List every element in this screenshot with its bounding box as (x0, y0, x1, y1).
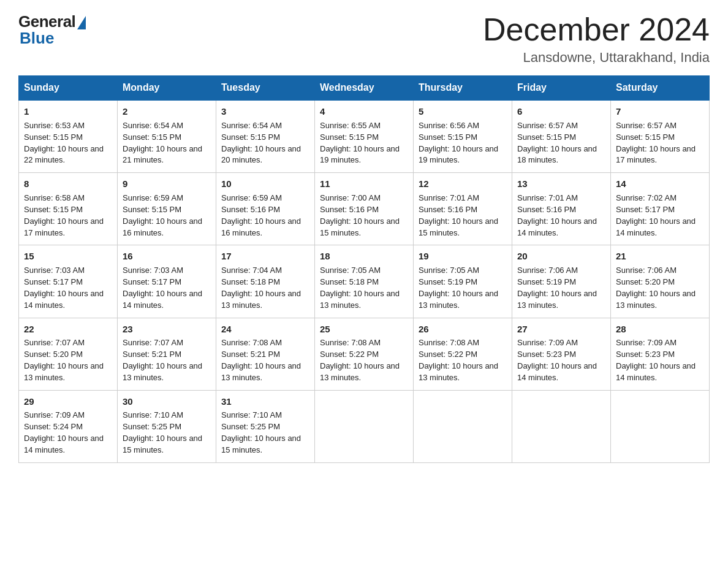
day-sunrise: Sunrise: 6:54 AM (123, 121, 183, 130)
calendar-day-cell: 6 Sunrise: 6:57 AM Sunset: 5:15 PM Dayli… (512, 100, 611, 173)
day-sunrise: Sunrise: 7:05 AM (419, 266, 479, 275)
day-sunset: Sunset: 5:15 PM (24, 132, 83, 142)
calendar-day-cell: 15 Sunrise: 7:03 AM Sunset: 5:17 PM Dayl… (19, 245, 118, 318)
day-sunrise: Sunrise: 7:03 AM (24, 266, 85, 275)
day-daylight: Daylight: 10 hours and 17 minutes. (24, 216, 104, 237)
day-sunset: Sunset: 5:18 PM (320, 277, 379, 286)
day-daylight: Daylight: 10 hours and 13 minutes. (320, 289, 400, 310)
day-daylight: Daylight: 10 hours and 19 minutes. (419, 144, 498, 165)
day-number: 7 (616, 105, 704, 118)
day-sunset: Sunset: 5:23 PM (517, 350, 576, 359)
day-daylight: Daylight: 10 hours and 13 minutes. (616, 289, 696, 310)
day-sunset: Sunset: 5:15 PM (221, 132, 280, 142)
logo: General Blue (18, 12, 86, 48)
calendar-day-cell: 5 Sunrise: 6:56 AM Sunset: 5:15 PM Dayli… (414, 100, 512, 173)
day-daylight: Daylight: 10 hours and 15 minutes. (419, 216, 498, 237)
day-sunrise: Sunrise: 7:06 AM (616, 266, 677, 275)
day-sunrise: Sunrise: 7:00 AM (320, 193, 381, 202)
day-daylight: Daylight: 10 hours and 21 minutes. (123, 144, 202, 165)
day-number: 14 (616, 177, 704, 191)
day-daylight: Daylight: 10 hours and 17 minutes. (616, 144, 696, 165)
month-title: December 2024 (483, 12, 710, 47)
day-sunset: Sunset: 5:24 PM (24, 422, 83, 431)
weekday-header-monday: Monday (118, 76, 216, 101)
day-daylight: Daylight: 10 hours and 15 minutes. (221, 434, 301, 454)
day-sunset: Sunset: 5:17 PM (123, 277, 181, 286)
day-sunset: Sunset: 5:16 PM (517, 205, 576, 214)
weekday-header-wednesday: Wednesday (315, 76, 414, 101)
calendar-week-row: 15 Sunrise: 7:03 AM Sunset: 5:17 PM Dayl… (19, 245, 710, 318)
day-number: 15 (24, 250, 112, 263)
day-sunrise: Sunrise: 7:05 AM (320, 266, 381, 275)
calendar-day-cell: 19 Sunrise: 7:05 AM Sunset: 5:19 PM Dayl… (414, 245, 512, 318)
weekday-header-thursday: Thursday (414, 76, 512, 101)
day-daylight: Daylight: 10 hours and 14 minutes. (123, 289, 202, 310)
day-daylight: Daylight: 10 hours and 15 minutes. (123, 434, 202, 454)
header: General Blue December 2024 Lansdowne, Ut… (18, 12, 710, 66)
calendar-day-cell: 9 Sunrise: 6:59 AM Sunset: 5:15 PM Dayli… (118, 173, 216, 245)
calendar-day-cell: 2 Sunrise: 6:54 AM Sunset: 5:15 PM Dayli… (118, 100, 216, 173)
day-daylight: Daylight: 10 hours and 15 minutes. (320, 216, 400, 237)
day-sunset: Sunset: 5:15 PM (616, 132, 675, 142)
day-number: 8 (24, 177, 112, 191)
calendar-day-cell (512, 390, 611, 462)
day-number: 11 (320, 177, 408, 191)
title-area: December 2024 Lansdowne, Uttarakhand, In… (483, 12, 710, 66)
day-number: 20 (517, 250, 605, 263)
day-sunrise: Sunrise: 7:03 AM (123, 266, 183, 275)
calendar-week-row: 22 Sunrise: 7:07 AM Sunset: 5:20 PM Dayl… (19, 318, 710, 390)
calendar-day-cell: 22 Sunrise: 7:07 AM Sunset: 5:20 PM Dayl… (19, 318, 118, 390)
calendar-table: SundayMondayTuesdayWednesdayThursdayFrid… (18, 75, 710, 463)
day-sunrise: Sunrise: 7:07 AM (123, 338, 183, 347)
day-daylight: Daylight: 10 hours and 13 minutes. (24, 361, 104, 382)
day-number: 30 (123, 395, 211, 408)
day-sunrise: Sunrise: 7:06 AM (517, 266, 578, 275)
day-number: 10 (221, 177, 309, 191)
day-sunrise: Sunrise: 6:53 AM (24, 121, 85, 130)
day-sunrise: Sunrise: 7:08 AM (221, 338, 282, 347)
calendar-day-cell: 14 Sunrise: 7:02 AM Sunset: 5:17 PM Dayl… (611, 173, 710, 245)
day-number: 2 (123, 105, 211, 118)
calendar-day-cell: 10 Sunrise: 6:59 AM Sunset: 5:16 PM Dayl… (216, 173, 315, 245)
location-title: Lansdowne, Uttarakhand, India (483, 50, 710, 66)
calendar-day-cell: 20 Sunrise: 7:06 AM Sunset: 5:19 PM Dayl… (512, 245, 611, 318)
weekday-header-sunday: Sunday (19, 76, 118, 101)
day-daylight: Daylight: 10 hours and 14 minutes. (517, 361, 597, 382)
day-number: 13 (517, 177, 605, 191)
calendar-day-cell: 8 Sunrise: 6:58 AM Sunset: 5:15 PM Dayli… (19, 173, 118, 245)
calendar-day-cell: 1 Sunrise: 6:53 AM Sunset: 5:15 PM Dayli… (19, 100, 118, 173)
day-daylight: Daylight: 10 hours and 13 minutes. (221, 289, 301, 310)
day-sunrise: Sunrise: 7:09 AM (24, 410, 85, 419)
day-number: 29 (24, 395, 112, 408)
day-sunset: Sunset: 5:15 PM (517, 132, 576, 142)
day-sunset: Sunset: 5:20 PM (24, 350, 83, 359)
day-daylight: Daylight: 10 hours and 13 minutes. (320, 361, 400, 382)
day-number: 12 (419, 177, 507, 191)
day-sunset: Sunset: 5:17 PM (24, 277, 83, 286)
day-sunset: Sunset: 5:16 PM (320, 205, 379, 214)
day-number: 17 (221, 250, 309, 263)
day-daylight: Daylight: 10 hours and 14 minutes. (616, 361, 696, 382)
calendar-day-cell: 23 Sunrise: 7:07 AM Sunset: 5:21 PM Dayl… (118, 318, 216, 390)
day-sunset: Sunset: 5:16 PM (419, 205, 477, 214)
day-daylight: Daylight: 10 hours and 14 minutes. (616, 216, 696, 237)
day-sunset: Sunset: 5:15 PM (320, 132, 379, 142)
calendar-day-cell: 4 Sunrise: 6:55 AM Sunset: 5:15 PM Dayli… (315, 100, 414, 173)
calendar-day-cell: 12 Sunrise: 7:01 AM Sunset: 5:16 PM Dayl… (414, 173, 512, 245)
weekday-header-friday: Friday (512, 76, 611, 101)
calendar-day-cell: 17 Sunrise: 7:04 AM Sunset: 5:18 PM Dayl… (216, 245, 315, 318)
calendar-day-cell: 28 Sunrise: 7:09 AM Sunset: 5:23 PM Dayl… (611, 318, 710, 390)
day-sunset: Sunset: 5:22 PM (419, 350, 477, 359)
day-sunrise: Sunrise: 7:08 AM (419, 338, 479, 347)
day-sunset: Sunset: 5:21 PM (221, 350, 280, 359)
calendar-day-cell (611, 390, 710, 462)
day-number: 18 (320, 250, 408, 263)
day-sunset: Sunset: 5:16 PM (221, 205, 280, 214)
day-number: 26 (419, 323, 507, 336)
day-number: 1 (24, 105, 112, 118)
day-number: 5 (419, 105, 507, 118)
day-number: 3 (221, 105, 309, 118)
day-daylight: Daylight: 10 hours and 20 minutes. (221, 144, 301, 165)
day-sunrise: Sunrise: 7:04 AM (221, 266, 282, 275)
calendar-day-cell: 3 Sunrise: 6:54 AM Sunset: 5:15 PM Dayli… (216, 100, 315, 173)
